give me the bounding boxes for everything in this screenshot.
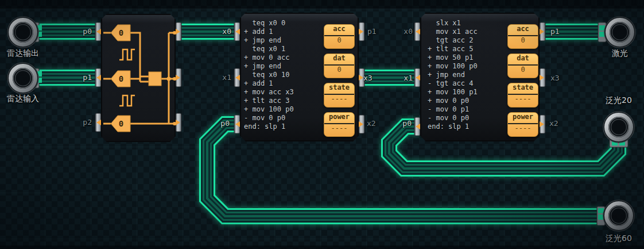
floodlight-60-label: 泛光60 — [597, 233, 641, 244]
pin-label-p1: p1 — [550, 27, 560, 36]
junction-box — [149, 72, 161, 86]
register-name: dat — [324, 54, 354, 66]
register-value: 0 — [508, 36, 538, 48]
ring-hole — [13, 22, 33, 42]
register-name: dat — [508, 54, 538, 66]
ring-hole — [610, 22, 630, 42]
register-value: 0 — [508, 66, 538, 78]
register-value: ---- — [324, 95, 354, 107]
register-value: ---- — [508, 95, 538, 107]
pin-label-p2: p2 — [67, 118, 92, 127]
mc2-registers: acc 0 dat 0 state ---- power ---- — [507, 24, 538, 137]
logic-chip-circuit: 0 0 0 — [102, 15, 177, 143]
dx300-logic-chip[interactable]: 0 0 0 — [101, 14, 176, 142]
mc2-code-editor[interactable]: slx x1 mov x1 acc tgt acc 2 + tlt acc 5 … — [428, 19, 478, 131]
pulse-icon — [119, 95, 135, 106]
pin-label-p0: p0 — [204, 119, 230, 128]
mc1-code-editor[interactable]: teq x0 0 + add 1 + jmp end teq x0 1 + mo… — [244, 19, 294, 131]
floodlight-20-connector[interactable] — [603, 112, 634, 143]
connector-contact — [598, 208, 604, 213]
microcontroller-1[interactable]: teq x0 0 + add 1 + jmp end teq x0 1 + mo… — [240, 13, 359, 141]
radar-input-label: 雷达输入 — [2, 94, 44, 104]
ring-hole — [13, 68, 33, 88]
radar-output-connector[interactable] — [7, 17, 38, 48]
mc2-register-dat: dat 0 — [507, 53, 538, 78]
mc1-register-dat: dat 0 — [324, 53, 355, 78]
pin-label-x1: x1 — [387, 74, 413, 82]
register-name: power — [324, 113, 354, 124]
register-name: acc — [508, 25, 538, 36]
pin-label-x2: x2 — [367, 119, 376, 128]
mc1-register-state: state ---- — [324, 83, 355, 108]
register-name: state — [324, 83, 354, 95]
register-value: 0 — [324, 36, 354, 48]
ring-hole — [609, 206, 629, 225]
register-value: ---- — [324, 124, 354, 136]
ring-hole — [609, 117, 629, 137]
pin-label-x1: x1 — [206, 73, 231, 82]
mc2-register-acc: acc 0 — [507, 24, 538, 49]
pin-label-p0: p0 — [67, 27, 92, 36]
pin-label-x2: x2 — [549, 119, 558, 128]
register-value: ---- — [508, 124, 538, 136]
pulse-icon — [119, 49, 135, 60]
pin-label-x3: x3 — [363, 74, 373, 82]
pin-label-p0: p0 — [386, 119, 412, 128]
zero-glyph: 0 — [119, 119, 123, 128]
mc1-register-acc: acc 0 — [324, 24, 355, 49]
connector-contact — [599, 25, 605, 30]
laser-connector[interactable] — [604, 17, 635, 48]
register-name: state — [508, 83, 538, 95]
register-name: power — [508, 113, 538, 124]
floodlight-60-connector[interactable] — [603, 200, 634, 231]
zero-glyph: 0 — [119, 74, 123, 83]
circuit-board: 0 0 0 teq x0 0 + add 1 + jmp end teq x0 … — [0, 0, 644, 249]
mc2-register-state: state ---- — [507, 83, 538, 108]
pin-label-x0: x0 — [387, 27, 413, 36]
laser-label: 激光 — [599, 48, 641, 59]
floodlight-20-label: 泛光20 — [597, 95, 641, 106]
register-name: acc — [324, 25, 354, 36]
junction-dot — [167, 77, 171, 81]
pin-label-p1: p1 — [367, 27, 377, 36]
register-value: 0 — [324, 66, 354, 78]
radar-input-connector[interactable] — [7, 63, 38, 94]
pin-label-p1: p1 — [67, 73, 92, 82]
pin-label-x3: x3 — [550, 74, 560, 82]
zero-glyph: 0 — [119, 28, 123, 37]
mc1-registers: acc 0 dat 0 state ---- power ---- — [324, 24, 355, 137]
microcontroller-2[interactable]: slx x1 mov x1 acc tgt acc 2 + tlt acc 5 … — [420, 13, 540, 141]
mc1-register-power: power ---- — [324, 112, 355, 137]
radar-output-label: 雷达输出 — [2, 48, 44, 59]
mc2-register-power: power ---- — [507, 112, 538, 137]
pin-label-x0: x0 — [206, 27, 231, 36]
